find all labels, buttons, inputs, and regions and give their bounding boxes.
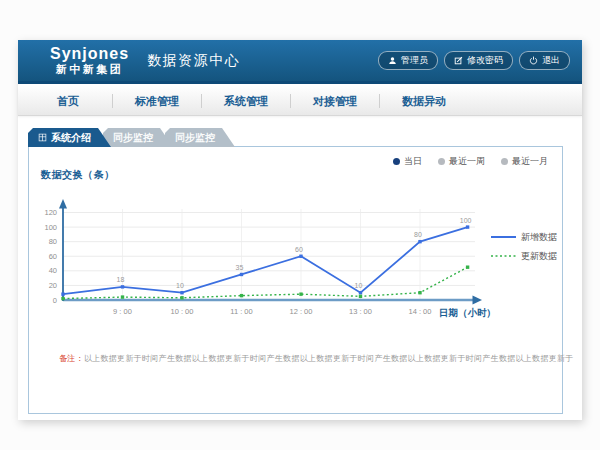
data-point-label: 80 xyxy=(414,231,422,238)
data-exchange-chart: 0204060801001209 : 0010 : 0011 : 0012 : … xyxy=(29,185,562,335)
change-password-button-label: 修改密码 xyxy=(467,54,503,67)
data-point-marker xyxy=(121,295,124,298)
app-window: Synjones 新中新集团 数据资源中心 管理员修改密码退出 首页标准管理系统… xyxy=(18,40,582,420)
nav-item-3[interactable]: 对接管理 xyxy=(291,94,380,108)
admin-button[interactable]: 管理员 xyxy=(378,51,438,70)
time-filter-option-label: 最近一月 xyxy=(512,155,548,168)
tab-1-label: 同步监控 xyxy=(113,131,153,145)
data-point-marker xyxy=(466,265,469,268)
data-point-marker xyxy=(61,297,64,300)
data-point-marker xyxy=(240,273,243,276)
y-tick-label: 0 xyxy=(53,296,57,305)
time-filter-option-1[interactable]: 最近一周 xyxy=(438,155,485,168)
tab-2[interactable]: 同步监控 xyxy=(165,128,235,147)
app-header: Synjones 新中新集团 数据资源中心 管理员修改密码退出 xyxy=(18,40,582,84)
data-point-label: 100 xyxy=(460,217,472,224)
nav-item-0[interactable]: 首页 xyxy=(24,94,113,108)
edit-icon xyxy=(454,56,463,65)
nav-item-4[interactable]: 数据异动 xyxy=(380,94,468,108)
tab-2-label: 同步监控 xyxy=(175,131,215,145)
y-tick-label: 80 xyxy=(49,237,57,246)
tab-0[interactable]: 系统介绍 xyxy=(28,128,111,147)
x-tick-label: 9 : 00 xyxy=(113,307,132,316)
data-point-marker xyxy=(180,296,183,299)
main-nav: 首页标准管理系统管理对接管理数据异动 xyxy=(18,87,582,116)
footnote: 备注：以上数据更新于时间产生数据以上数据更新于时间产生数据以上数据更新于时间产生… xyxy=(59,353,574,364)
main-nav-list: 首页标准管理系统管理对接管理数据异动 xyxy=(18,87,582,115)
brand-logo: Synjones 新中新集团 xyxy=(50,46,129,75)
x-axis-label: 日期（小时） xyxy=(439,307,496,319)
data-point-marker xyxy=(359,295,362,298)
data-point-label: 10 xyxy=(176,282,184,289)
header-buttons: 管理员修改密码退出 xyxy=(378,51,570,70)
nav-item-1[interactable]: 标准管理 xyxy=(113,94,202,108)
data-point-marker xyxy=(180,291,183,294)
x-tick-label: 11 : 00 xyxy=(230,307,252,316)
change-password-button[interactable]: 修改密码 xyxy=(444,51,513,70)
data-point-marker xyxy=(299,292,302,295)
data-point-label: 60 xyxy=(295,246,303,253)
x-tick-label: 10 : 00 xyxy=(171,307,194,316)
time-filter-group: 当日最近一周最近一月 xyxy=(393,155,548,168)
logout-button-label: 退出 xyxy=(542,54,560,67)
legend-label: 新增数据 xyxy=(521,232,557,242)
page-title: 数据资源中心 xyxy=(147,52,240,70)
logout-button[interactable]: 退出 xyxy=(519,51,570,70)
footnote-text: 以上数据更新于时间产生数据以上数据更新于时间产生数据以上数据更新于时间产生数据以… xyxy=(84,354,574,363)
y-tick-label: 120 xyxy=(44,208,57,217)
data-point-marker xyxy=(359,291,362,294)
grid-icon xyxy=(38,133,47,142)
time-filter-option-0[interactable]: 当日 xyxy=(393,155,422,168)
admin-button-label: 管理员 xyxy=(401,54,428,67)
data-point-label: 35 xyxy=(236,264,244,271)
data-point-marker xyxy=(240,294,243,297)
x-tick-label: 13 : 00 xyxy=(349,307,372,316)
time-filter-option-label: 当日 xyxy=(404,155,422,168)
y-axis-arrow-icon xyxy=(59,199,67,209)
y-tick-label: 60 xyxy=(49,252,57,261)
x-tick-label: 14 : 00 xyxy=(409,307,432,316)
x-axis-arrow-icon xyxy=(473,296,483,305)
radio-dot-icon xyxy=(438,158,445,165)
data-point-label: 10 xyxy=(355,282,363,289)
brand-wordmark: Synjones xyxy=(50,46,129,62)
time-filter-option-2[interactable]: 最近一月 xyxy=(501,155,548,168)
tab-1[interactable]: 同步监控 xyxy=(103,128,173,147)
y-tick-label: 100 xyxy=(44,223,57,232)
data-point-marker xyxy=(299,255,302,258)
radio-dot-icon xyxy=(393,158,400,165)
y-tick-label: 20 xyxy=(49,281,57,290)
legend-item-0[interactable]: 新增数据 xyxy=(491,232,557,242)
data-point-marker xyxy=(466,225,469,228)
content-panel: 当日最近一周最近一月 数据交换（条） 0204060801001209 : 00… xyxy=(28,146,563,414)
data-point-marker xyxy=(61,292,64,295)
data-point-marker xyxy=(418,240,421,243)
tab-bar: 系统介绍同步监控同步监控 xyxy=(28,128,235,147)
radio-dot-icon xyxy=(501,158,508,165)
x-tick-label: 12 : 00 xyxy=(290,307,313,316)
footnote-prefix: 备注： xyxy=(59,354,84,363)
tab-0-label: 系统介绍 xyxy=(51,131,91,145)
power-icon xyxy=(529,56,538,65)
y-tick-label: 40 xyxy=(49,266,57,275)
nav-item-2[interactable]: 系统管理 xyxy=(202,94,291,108)
time-filter-option-label: 最近一周 xyxy=(449,155,485,168)
brand-company-name: 新中新集团 xyxy=(56,64,124,75)
data-point-label: 18 xyxy=(117,276,125,283)
y-axis-label: 数据交换（条） xyxy=(41,168,115,182)
legend-label: 更新数据 xyxy=(521,251,557,261)
user-icon xyxy=(388,56,397,65)
data-point-marker xyxy=(121,285,124,288)
data-point-marker xyxy=(418,291,421,294)
legend-item-1[interactable]: 更新数据 xyxy=(491,251,557,261)
series-line-0 xyxy=(63,227,468,294)
